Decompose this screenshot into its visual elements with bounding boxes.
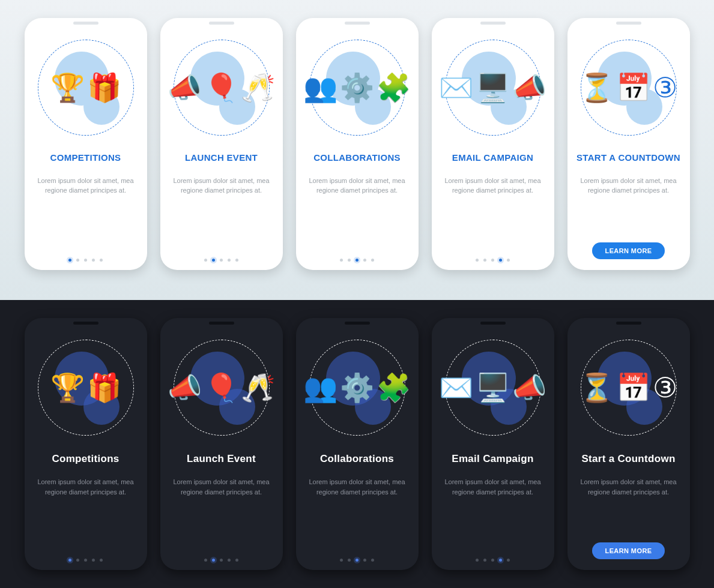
pagination-dot[interactable]	[68, 259, 71, 262]
pagination-dot[interactable]	[212, 559, 215, 562]
card-illustration: 🏆🎁	[38, 40, 134, 136]
phone-notch	[480, 322, 506, 325]
onboarding-card[interactable]: 👥⚙️🧩COLLABORATIONSLorem ipsum dolor sit …	[296, 18, 419, 270]
card-description: Lorem ipsum dolor sit amet, mea regione …	[303, 176, 411, 196]
team-icon: 👥⚙️🧩	[318, 349, 396, 427]
card-description: Lorem ipsum dolor sit amet, mea regione …	[575, 176, 683, 196]
pagination-dot[interactable]	[204, 559, 207, 562]
pagination-dot[interactable]	[228, 259, 231, 262]
card-illustration: 📣🎈🥂	[174, 340, 270, 436]
pagination-dot[interactable]	[507, 259, 510, 262]
pagination-dot[interactable]	[76, 259, 79, 262]
card-illustration: ⏳📅③	[581, 40, 677, 136]
card-title: Launch Event	[187, 452, 256, 465]
pagination-dot[interactable]	[220, 259, 223, 262]
pagination-dot[interactable]	[68, 559, 71, 562]
pagination-dots	[340, 259, 374, 262]
onboarding-card[interactable]: ✉️🖥️📣EMAIL CAMPAIGNLorem ipsum dolor sit…	[432, 18, 554, 270]
pagination-dot[interactable]	[507, 559, 510, 562]
card-illustration: ✉️🖥️📣	[445, 340, 541, 436]
pagination-dot[interactable]	[220, 559, 223, 562]
card-illustration: 🏆🎁	[38, 340, 134, 436]
phone-notch	[73, 322, 98, 325]
card-title: COMPETITIONS	[50, 152, 121, 164]
mail-icon: ✉️🖥️📣	[454, 49, 532, 127]
dark-theme-row: 🏆🎁CompetitionsLorem ipsum dolor sit amet…	[0, 300, 714, 588]
pagination-dot[interactable]	[92, 559, 95, 562]
pagination-dot[interactable]	[348, 559, 351, 562]
pagination-dot[interactable]	[212, 259, 215, 262]
pagination-dot[interactable]	[235, 259, 238, 262]
pagination-dots	[476, 559, 510, 562]
pagination-dot[interactable]	[340, 259, 343, 262]
pagination-dot[interactable]	[491, 259, 494, 262]
mail-icon: ✉️🖥️📣	[454, 349, 532, 427]
pagination-dot[interactable]	[483, 259, 486, 262]
pagination-dot[interactable]	[363, 259, 366, 262]
card-description: Lorem ipsum dolor sit amet, mea regione …	[439, 477, 547, 497]
pagination-dots	[340, 559, 374, 562]
pagination-dot[interactable]	[340, 559, 343, 562]
pagination-dots	[68, 259, 103, 262]
pagination-dot[interactable]	[499, 559, 502, 562]
pagination-dot[interactable]	[100, 559, 103, 562]
phone-notch	[345, 322, 370, 325]
phone-notch	[209, 322, 234, 325]
card-description: Lorem ipsum dolor sit amet, mea regione …	[439, 176, 547, 196]
hourglass-icon: ⏳📅③	[590, 49, 668, 127]
pagination-dot[interactable]	[92, 259, 95, 262]
pagination-dot[interactable]	[100, 259, 103, 262]
pagination-dot[interactable]	[348, 259, 351, 262]
card-title: EMAIL CAMPAIGN	[452, 152, 533, 164]
pagination-dots	[204, 559, 238, 562]
pagination-dot[interactable]	[363, 559, 366, 562]
light-theme-row: 🏆🎁COMPETITIONSLorem ipsum dolor sit amet…	[0, 0, 714, 300]
card-description: Lorem ipsum dolor sit amet, mea regione …	[32, 176, 140, 196]
megaphone-icon: 📣🎈🥂	[183, 349, 261, 427]
learn-more-button[interactable]: LEARN MORE	[592, 242, 665, 259]
onboarding-card[interactable]: ✉️🖥️📣Email CampaignLorem ipsum dolor sit…	[432, 318, 554, 570]
pagination-dot[interactable]	[499, 259, 502, 262]
pagination-dot[interactable]	[204, 259, 207, 262]
pagination-dot[interactable]	[228, 559, 231, 562]
card-illustration: ⏳📅③	[581, 340, 677, 436]
pagination-dot[interactable]	[76, 559, 79, 562]
card-description: Lorem ipsum dolor sit amet, mea regione …	[575, 477, 683, 497]
pagination-dot[interactable]	[371, 559, 374, 562]
pagination-dots	[68, 559, 103, 562]
card-illustration: 📣🎈🥂	[174, 40, 270, 136]
pagination-dot[interactable]	[371, 259, 374, 262]
onboarding-card[interactable]: ⏳📅③START A COUNTDOWNLorem ipsum dolor si…	[567, 18, 690, 270]
pagination-dot[interactable]	[476, 559, 479, 562]
onboarding-card[interactable]: 📣🎈🥂Launch EventLorem ipsum dolor sit ame…	[160, 318, 283, 570]
onboarding-card[interactable]: 👥⚙️🧩CollaborationsLorem ipsum dolor sit …	[296, 318, 419, 570]
onboarding-card[interactable]: 🏆🎁CompetitionsLorem ipsum dolor sit amet…	[25, 318, 147, 570]
team-icon: 👥⚙️🧩	[318, 49, 396, 127]
pagination-dot[interactable]	[476, 259, 479, 262]
trophy-icon: 🏆🎁	[47, 349, 125, 427]
pagination-dot[interactable]	[84, 559, 87, 562]
card-illustration: 👥⚙️🧩	[309, 40, 405, 136]
onboarding-card[interactable]: 📣🎈🥂LAUNCH EVENTLorem ipsum dolor sit ame…	[160, 18, 283, 270]
card-title: Competitions	[52, 452, 119, 465]
card-title: Email Campaign	[452, 452, 533, 465]
card-title: LAUNCH EVENT	[185, 152, 258, 164]
phone-notch	[209, 22, 234, 25]
card-description: Lorem ipsum dolor sit amet, mea regione …	[303, 477, 411, 497]
pagination-dot[interactable]	[491, 559, 494, 562]
learn-more-button[interactable]: LEARN MORE	[592, 542, 665, 559]
pagination-dot[interactable]	[355, 559, 359, 562]
trophy-icon: 🏆🎁	[47, 49, 125, 127]
onboarding-card[interactable]: ⏳📅③Start a CountdownLorem ipsum dolor si…	[567, 318, 690, 570]
pagination-dot[interactable]	[84, 259, 87, 262]
card-title: Collaborations	[320, 452, 394, 465]
onboarding-card[interactable]: 🏆🎁COMPETITIONSLorem ipsum dolor sit amet…	[25, 18, 147, 270]
pagination-dot[interactable]	[483, 559, 486, 562]
card-title: Start a Countdown	[581, 452, 675, 465]
pagination-dot[interactable]	[235, 559, 238, 562]
phone-notch	[480, 22, 506, 25]
phone-notch	[616, 22, 641, 25]
pagination-dot[interactable]	[355, 259, 359, 262]
pagination-dots	[204, 259, 238, 262]
phone-notch	[73, 22, 98, 25]
